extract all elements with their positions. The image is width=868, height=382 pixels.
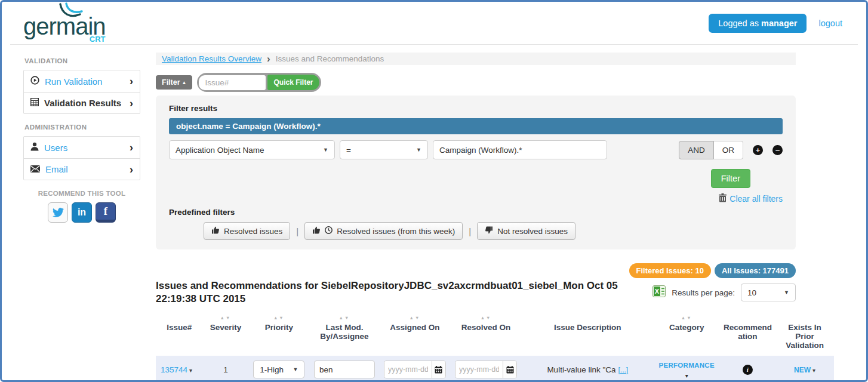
priority-value: 1-High	[260, 365, 284, 374]
remove-condition-icon[interactable]: −	[772, 145, 783, 155]
resolved-issues-button[interactable]: Resolved issues	[204, 222, 290, 240]
sidebar-item-users[interactable]: Users ›	[24, 137, 140, 158]
filter-expression-bar[interactable]: object.name = Campaign (Workflow).*	[169, 118, 783, 134]
sort-icons[interactable]: ▲▼	[251, 315, 306, 323]
add-condition-icon[interactable]: +	[753, 145, 763, 155]
caret-small-icon[interactable]: ▾	[812, 367, 815, 374]
col-recommendation: Recommendation	[719, 315, 775, 356]
trash-icon	[719, 193, 727, 204]
filter-toggle-button[interactable]: Filter ▲	[156, 75, 192, 90]
svg-text:X: X	[655, 288, 660, 295]
sidebar-group-administration: Users › Email ›	[23, 136, 140, 180]
col-issue-description: Issue Description	[522, 315, 654, 356]
results-per-page-label: Results per page:	[672, 288, 735, 297]
thumbs-up-icon	[211, 226, 220, 236]
priority-select[interactable]: 1-High ▼	[253, 361, 304, 378]
thumbs-up-icon	[312, 226, 321, 236]
filtered-issues-badge[interactable]: Filtered Issues: 10	[629, 263, 711, 278]
excel-export-icon[interactable]: X	[652, 285, 666, 300]
logged-as-prefix: Logged as	[718, 19, 759, 28]
clear-all-filters-link[interactable]: Clear all filters	[719, 193, 783, 204]
sort-icons[interactable]: ▲▼	[454, 315, 519, 323]
top-bar: germain CRT Logged as manager logout	[10, 2, 858, 45]
caret-small-icon[interactable]: ▾	[656, 372, 718, 379]
logged-as-user: manager	[761, 19, 797, 28]
caret-small-icon[interactable]: ▾	[189, 367, 192, 374]
sort-icons[interactable]: ▲▼	[312, 315, 376, 323]
column-label: Priority	[265, 323, 293, 332]
logged-as-button[interactable]: Logged as manager	[709, 14, 807, 33]
results-per-page-select[interactable]: 10 ▼	[741, 284, 796, 301]
session-controls: Logged as manager logout	[709, 14, 842, 33]
quick-filter-button[interactable]: Quick Filter	[267, 75, 319, 90]
facebook-icon[interactable]: f	[96, 202, 116, 223]
twitter-icon[interactable]	[48, 202, 68, 223]
operator-select[interactable]: = ▼	[340, 140, 428, 159]
results-title: Issues and Recommendations for SiebelRep…	[156, 279, 629, 306]
category-value[interactable]: PERFORMANCE	[658, 362, 714, 369]
filter-results-title: Filter results	[169, 104, 783, 113]
results-controls: Filtered Issues: 10 All Issues: 177491 X…	[629, 263, 796, 306]
predefined-filter-label: Not resolved issues	[497, 227, 568, 236]
social-links: in f	[23, 202, 140, 223]
sort-icons[interactable]: ▲▼	[657, 315, 717, 323]
play-circle-icon	[30, 76, 39, 87]
filter-toggle-row: Filter ▲ Quick Filter	[156, 73, 866, 92]
logo-sub-text: CRT	[90, 35, 106, 43]
table-header-row: Issue# ▲▼Severity ▲▼Priority ▲▼Last Mod.…	[156, 315, 834, 356]
exists-in-prior-cell: NEW▾	[775, 356, 834, 382]
sidebar-item-email[interactable]: Email ›	[24, 158, 140, 180]
calendar-icon[interactable]	[503, 361, 516, 378]
sidebar: VALIDATION Run Validation › Validation R…	[23, 53, 140, 382]
and-button[interactable]: AND	[679, 141, 714, 159]
assigned-on-input[interactable]	[384, 361, 432, 378]
sidebar-item-run-validation[interactable]: Run Validation ›	[24, 70, 140, 92]
filter-panel: Filter results object.name = Campaign (W…	[156, 96, 796, 249]
germain-logo: germain CRT	[23, 14, 106, 38]
chevron-right-icon: ›	[130, 78, 133, 85]
clock-icon	[325, 226, 333, 236]
field-select[interactable]: Application Object Name ▼	[169, 140, 335, 159]
calendar-icon[interactable]	[432, 361, 445, 378]
issue-number-cell: 135744▾	[156, 356, 203, 382]
chevron-right-icon: ›	[130, 100, 133, 107]
assignee-input[interactable]	[314, 361, 375, 378]
per-page-row: X Results per page: 10 ▼	[652, 284, 796, 301]
col-last-mod-by: ▲▼Last Mod. By/Assignee	[309, 315, 379, 356]
breadcrumb: Validation Results Overview › Issues and…	[156, 53, 796, 65]
or-button[interactable]: OR	[714, 141, 743, 159]
column-label: Resolved On	[461, 323, 511, 332]
col-exists-in-prior: Exists In Prior Validation	[775, 315, 834, 356]
col-resolved-on: ▲▼Resolved On	[451, 315, 522, 356]
filter-condition-row: Application Object Name ▼ = ▼ AND OR + −	[169, 140, 783, 159]
not-resolved-issues-button[interactable]: Not resolved issues	[477, 222, 575, 240]
resolved-on-input[interactable]	[455, 361, 503, 378]
column-label: Assigned On	[390, 323, 439, 332]
table-row: 135744▾ 1 1-High ▼	[156, 356, 834, 382]
description-expand-link[interactable]: [...]	[618, 366, 628, 374]
resolved-issues-week-button[interactable]: Resolved issues (from this week)	[304, 222, 463, 240]
linkedin-icon[interactable]: in	[72, 202, 92, 223]
operator-select-value: =	[346, 146, 351, 155]
thumbs-down-icon	[485, 226, 493, 236]
sort-icons[interactable]: ▲▼	[382, 315, 447, 323]
column-label: Exists In Prior Validation	[786, 323, 824, 350]
all-issues-badge[interactable]: All Issues: 177491	[715, 263, 796, 278]
user-icon	[30, 142, 39, 153]
issue-number-link[interactable]: 135744	[161, 365, 187, 374]
app-window: germain CRT Logged as manager logout VAL…	[0, 0, 868, 382]
sort-icons[interactable]: ▲▼	[206, 315, 246, 323]
logout-link[interactable]: logout	[818, 19, 842, 28]
status-value[interactable]: NEW	[794, 366, 811, 374]
table-grid-icon	[30, 98, 39, 108]
quick-filter-input[interactable]	[199, 75, 266, 90]
filter-button[interactable]: Filter	[711, 169, 750, 188]
sidebar-item-validation-results[interactable]: Validation Results ›	[24, 92, 140, 113]
filter-value-input[interactable]	[433, 140, 607, 159]
chevron-right-icon: ›	[130, 166, 133, 173]
info-icon[interactable]: i	[743, 365, 753, 375]
filter-actions: Filter Clear all filters	[169, 169, 783, 204]
caret-down-icon: ▼	[318, 147, 328, 153]
breadcrumb-link[interactable]: Validation Results Overview	[162, 54, 261, 63]
results-header: Issues and Recommendations for SiebelRep…	[156, 263, 796, 306]
